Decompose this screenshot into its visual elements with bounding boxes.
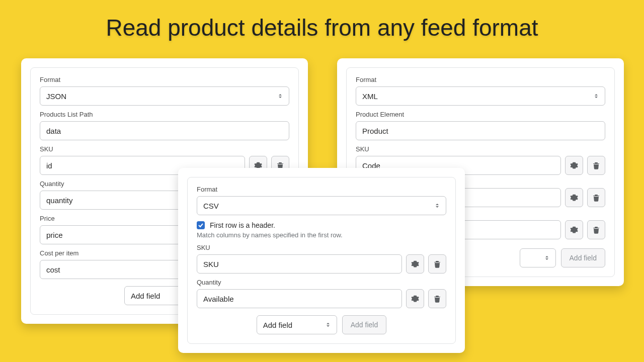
- product-element-input[interactable]: Product: [356, 121, 605, 140]
- format-select[interactable]: CSV: [197, 196, 446, 215]
- add-field-select[interactable]: Add field: [257, 315, 337, 334]
- check-icon: [198, 223, 203, 228]
- sku-value: id: [46, 161, 52, 170]
- gear-icon: [570, 161, 578, 169]
- sku-label: SKU: [356, 145, 605, 153]
- format-select[interactable]: JSON: [40, 86, 289, 106]
- sku-delete-button[interactable]: [428, 254, 446, 274]
- add-field-select-value: Add field: [131, 292, 160, 300]
- sku-settings-button[interactable]: [406, 254, 424, 274]
- format-select-value: JSON: [46, 92, 66, 101]
- price-value: price: [46, 231, 63, 239]
- chevron-updown-icon: [327, 322, 331, 328]
- sku-label: SKU: [40, 145, 289, 153]
- field-settings-button[interactable]: [565, 188, 583, 207]
- chevron-updown-icon: [595, 93, 599, 99]
- csv-feed-card: Format CSV First row is a header. Match …: [178, 168, 465, 353]
- add-field-button[interactable]: Add field: [342, 315, 386, 334]
- format-label: Format: [197, 186, 446, 193]
- quantity-value: Available: [203, 295, 234, 303]
- first-row-header-helper: Match columns by names specified in the …: [197, 231, 446, 239]
- first-row-header-checkbox[interactable]: [197, 221, 205, 229]
- quantity-value: quantity: [46, 196, 73, 205]
- trash-icon: [433, 295, 441, 303]
- sku-settings-button[interactable]: [565, 156, 583, 175]
- format-select-value: CSV: [203, 202, 219, 210]
- quantity-delete-button[interactable]: [428, 289, 446, 308]
- format-select[interactable]: XML: [356, 86, 605, 106]
- add-field-button[interactable]: Add field: [561, 248, 605, 267]
- format-label: Format: [356, 76, 605, 83]
- sku-value: SKU: [203, 260, 219, 268]
- quantity-input[interactable]: Available: [197, 289, 402, 308]
- chevron-updown-icon: [279, 93, 283, 99]
- cost-value: cost: [46, 265, 60, 274]
- sku-delete-button[interactable]: [587, 156, 605, 175]
- format-label: Format: [40, 76, 289, 83]
- field-delete-button[interactable]: [587, 188, 605, 207]
- quantity-settings-button[interactable]: [406, 289, 424, 308]
- format-select-value: XML: [362, 92, 378, 101]
- sku-input[interactable]: SKU: [197, 254, 402, 274]
- quantity-label: Quantity: [197, 279, 446, 286]
- field-delete-button[interactable]: [587, 220, 605, 239]
- add-field-select-value: Add field: [263, 321, 292, 329]
- gear-icon: [570, 194, 578, 202]
- chevron-updown-icon: [436, 203, 440, 209]
- trash-icon: [592, 194, 600, 202]
- product-element-value: Product: [362, 127, 388, 135]
- trash-icon: [433, 260, 441, 268]
- products-list-path-value: data: [46, 127, 61, 135]
- product-element-label: Product Element: [356, 111, 605, 118]
- products-list-path-input[interactable]: data: [40, 121, 289, 140]
- trash-icon: [592, 161, 600, 169]
- gear-icon: [411, 295, 419, 303]
- add-field-select[interactable]: [520, 248, 556, 267]
- products-list-path-label: Products List Path: [40, 111, 289, 118]
- page-headline: Read product details from any feed forma…: [0, 14, 644, 41]
- gear-icon: [570, 226, 578, 234]
- trash-icon: [592, 226, 600, 234]
- first-row-header-label: First row is a header.: [210, 221, 275, 229]
- sku-label: SKU: [197, 244, 446, 251]
- chevron-updown-icon: [545, 255, 549, 261]
- field-settings-button[interactable]: [565, 220, 583, 239]
- gear-icon: [411, 260, 419, 268]
